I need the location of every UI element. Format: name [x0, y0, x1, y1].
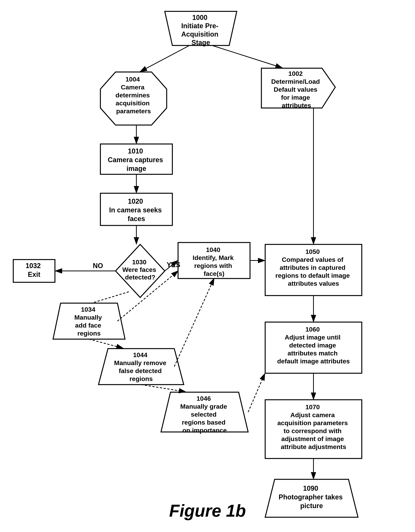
- figure-label: Figure 1b: [169, 501, 246, 521]
- arrow-1046-1060: [248, 374, 265, 412]
- label-yes: YES: [167, 261, 180, 269]
- arrow-1044-1040: [174, 278, 214, 367]
- arrow-1034-1044: [89, 339, 123, 348]
- diagram-container: 1000 Initiate Pre- Acquisition Stage 100…: [0, 0, 415, 532]
- arrow-1044-1046: [141, 385, 186, 392]
- label-no: NO: [93, 262, 103, 270]
- arrow-1000-1004: [140, 46, 189, 72]
- arrow-1000-1002: [212, 46, 282, 68]
- arrow-1030-1034: [93, 292, 129, 303]
- flowchart-svg: 1000 Initiate Pre- Acquisition Stage 100…: [0, 0, 415, 532]
